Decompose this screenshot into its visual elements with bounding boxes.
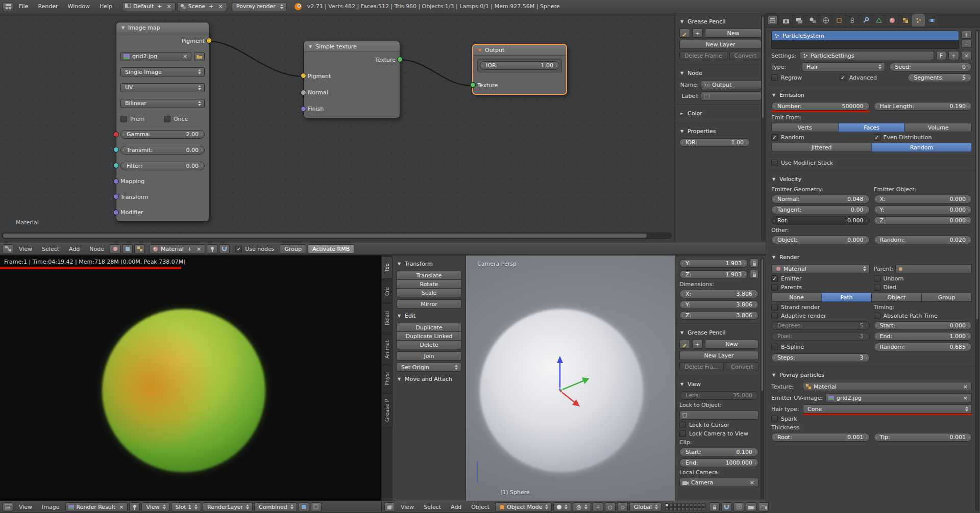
expand-triangle-icon[interactable]: ▼ — [771, 177, 776, 182]
ior-field[interactable]: IOR:1.00 — [480, 61, 559, 70]
tab-grease-pencil[interactable]: Grease P — [382, 393, 393, 428]
add-particle-system-button[interactable]: + — [961, 31, 972, 39]
tab-relations[interactable]: Relati — [382, 303, 393, 333]
shader-nodes-toggle[interactable] — [110, 244, 120, 253]
menu-image[interactable]: Image — [38, 504, 63, 510]
pixel-field[interactable]: Pixel:3 — [771, 332, 870, 341]
grease-pencil-section[interactable]: ▼Grease Pencil — [679, 16, 762, 27]
use-nodes-checkbox[interactable]: Use nodes — [235, 246, 274, 252]
povray-particles-section[interactable]: ▼Povray particles — [771, 370, 972, 380]
unlink-settings-button[interactable]: × — [961, 51, 972, 60]
parent-field[interactable] — [895, 264, 972, 273]
properties-scrollbar[interactable] — [975, 30, 979, 511]
random-checkbox[interactable]: Random — [771, 134, 870, 141]
edit-section[interactable]: ▼Edit — [397, 311, 461, 321]
scene-selector[interactable]: Scene + × — [177, 2, 227, 11]
menu-select[interactable]: Select — [420, 504, 445, 510]
even-distribution-checkbox[interactable]: Even Distribution — [874, 134, 972, 141]
texture-nodes-toggle[interactable] — [134, 244, 145, 253]
lock-camera-checkbox[interactable]: Lock Camera to View — [679, 430, 758, 437]
snap-element-icon[interactable] — [733, 502, 744, 511]
grease-pencil-section[interactable]: ▼Grease Pencil — [679, 327, 758, 338]
root-field[interactable]: Root:0.001 — [771, 433, 870, 442]
image-source-select[interactable]: Single Image — [120, 67, 205, 76]
expand-triangle-icon[interactable]: ▼ — [771, 255, 776, 260]
expand-triangle-icon[interactable]: ▼ — [679, 71, 684, 75]
velocity-z-field[interactable]: Z:0.000 — [874, 216, 972, 225]
velocity-y-field[interactable]: Y:0.000 — [874, 206, 972, 214]
tab-object[interactable] — [832, 14, 846, 27]
emit-volume-button[interactable]: Volume — [904, 123, 972, 132]
transform-manipulator[interactable] — [524, 355, 596, 426]
socket-transmit-in[interactable] — [113, 147, 119, 152]
collapse-icon[interactable]: ▼ — [477, 48, 482, 53]
render-engine-select[interactable]: Povray render — [232, 2, 287, 11]
clip-end-field[interactable]: End:1000.000 — [679, 458, 758, 467]
image-datablock[interactable]: grid2.jpg × — [120, 52, 191, 61]
menu-object[interactable]: Object — [467, 504, 494, 510]
expand-triangle-icon[interactable]: ▼ — [397, 262, 402, 266]
socket-texture-out[interactable] — [397, 57, 403, 62]
render-layer-dropdown[interactable]: RenderLayer — [203, 502, 253, 511]
socket-gamma-in[interactable] — [113, 132, 119, 137]
channel-rgb-toggle[interactable] — [299, 502, 309, 511]
segments-field[interactable]: Segments:5 — [908, 73, 972, 82]
delete-button[interactable]: Delete — [397, 340, 461, 349]
gp-delete-frame-button[interactable]: Delete Frame — [679, 51, 727, 60]
gp-new-button[interactable]: New — [705, 340, 758, 349]
activate-rmb-button[interactable]: Activate RMB — [308, 244, 354, 253]
expand-triangle-icon[interactable]: ▼ — [771, 373, 776, 377]
dim-z-field[interactable]: Z:3.806 — [679, 311, 758, 320]
tab-constraints[interactable] — [846, 14, 859, 27]
node-name-field[interactable]: Output — [701, 80, 762, 89]
composite-nodes-toggle[interactable] — [122, 244, 133, 253]
filter-field[interactable]: Filter:0.00 — [120, 162, 205, 170]
socket-transform-in[interactable] — [113, 194, 119, 199]
gamma-field[interactable]: Gamma:2.00 — [120, 130, 205, 139]
render-material-dropdown[interactable]: Material — [771, 264, 870, 273]
manipulator-scale-icon[interactable]: ◇ — [617, 502, 628, 511]
unlink-texture-icon[interactable]: × — [962, 383, 969, 390]
menu-view[interactable]: View — [15, 246, 36, 252]
mode-dropdown[interactable]: Object Mode — [495, 502, 552, 511]
povray-uv-image-field[interactable]: grid2.jpg × — [825, 393, 972, 402]
tab-physics[interactable]: Physi — [382, 366, 393, 392]
node-canvas[interactable]: ▼Image map Pigment grid2.jpg × Single Im… — [0, 13, 675, 243]
tab-texture[interactable] — [899, 14, 912, 27]
color-section[interactable]: ►Color — [679, 108, 762, 118]
add-scene-icon[interactable]: + — [208, 3, 214, 10]
spark-checkbox[interactable]: Spark — [771, 416, 972, 422]
lock-object-field[interactable] — [679, 411, 758, 420]
collapse-icon[interactable]: ▼ — [120, 25, 126, 30]
socket-pigment-out[interactable] — [206, 38, 212, 43]
scrollbar-thumb[interactable] — [3, 234, 647, 238]
menu-view[interactable]: View — [15, 504, 36, 510]
povray-texture-field[interactable]: Material × — [803, 382, 972, 391]
node-image-map[interactable]: ▼Image map Pigment grid2.jpg × Single Im… — [116, 22, 209, 222]
interpolation-select[interactable]: Bilinear — [120, 99, 205, 108]
socket-filter-in[interactable] — [113, 163, 119, 168]
image-datablock[interactable]: Render Result × — [65, 502, 128, 511]
gp-new-layer-button[interactable]: New Layer — [679, 351, 758, 360]
local-camera-field[interactable]: Camera× — [679, 478, 758, 487]
lock-to-cursor-checkbox[interactable]: Lock to Cursor — [679, 422, 758, 428]
manipulator-translate-icon[interactable]: + — [593, 502, 603, 511]
draw-pencil-button[interactable] — [679, 340, 690, 349]
scale-y-field[interactable]: Y:1.903 — [679, 259, 748, 268]
close-scene-icon[interactable]: × — [217, 3, 224, 10]
unlink-camera-icon[interactable]: × — [749, 479, 755, 486]
transform-section[interactable]: ▼Transform — [397, 259, 461, 269]
editor-type-properties-icon[interactable] — [767, 16, 778, 25]
velocity-normal-field[interactable]: Normal:0.048 — [771, 195, 870, 203]
expand-triangle-icon[interactable]: ▼ — [679, 382, 684, 387]
lock-icon[interactable] — [750, 270, 758, 279]
node-label-field[interactable] — [701, 91, 762, 100]
parents-checkbox[interactable]: Parents — [771, 284, 870, 291]
render-none-button[interactable]: None — [771, 293, 822, 302]
expand-triangle-icon[interactable]: ▼ — [679, 330, 684, 335]
pin-icon[interactable] — [207, 244, 217, 253]
render-section[interactable]: ▼Render — [771, 252, 972, 262]
tab-particles[interactable] — [912, 14, 925, 27]
opengl-render-anim-icon[interactable] — [758, 502, 769, 511]
tab-render-layers[interactable] — [793, 14, 806, 27]
